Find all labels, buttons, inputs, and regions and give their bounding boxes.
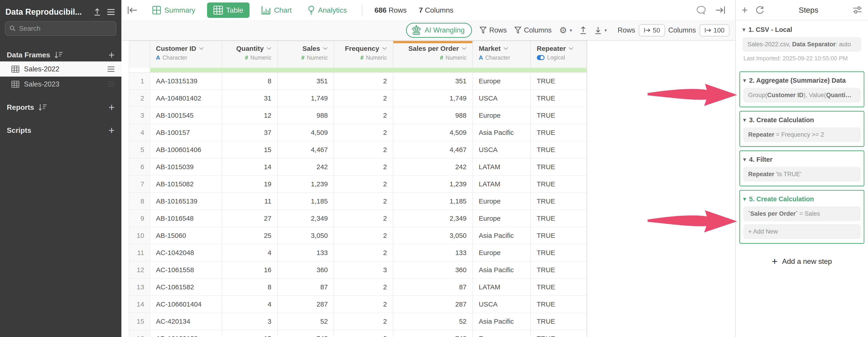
collapse-left-icon[interactable] xyxy=(127,6,138,15)
cell-frequency: 2 xyxy=(334,210,393,227)
table-row: 11AC-104204841332133EuropeTRUE xyxy=(129,244,587,262)
cell-market: Europe xyxy=(473,330,531,337)
step-card-5[interactable]: ▾5. Create Calculation`Sales per Order` … xyxy=(739,190,864,244)
column-type: #Numeric xyxy=(340,54,387,61)
steps-header: + Steps xyxy=(736,0,868,20)
column-name: Repeater xyxy=(537,45,565,53)
comment-icon[interactable] xyxy=(696,6,706,15)
collapse-caret-icon[interactable]: ▾ xyxy=(743,26,745,33)
column-header-sales-per-order[interactable]: Sales per Order#Numeric xyxy=(393,41,473,68)
columns-limit-input[interactable]: 100 xyxy=(700,24,730,36)
column-header-quantity[interactable]: Quantity#Numeric xyxy=(222,41,278,68)
cell-sales: 988 xyxy=(278,107,334,124)
filter-rows-button[interactable]: Rows xyxy=(480,26,507,34)
step-title: 5. Create Calculation xyxy=(749,195,814,203)
column-type: #Numeric xyxy=(399,54,467,61)
export-icon xyxy=(580,26,587,34)
collapse-caret-icon[interactable]: ▾ xyxy=(743,117,746,123)
filter-columns-button[interactable]: Columns xyxy=(515,26,552,34)
filter-icon xyxy=(515,27,521,34)
item-menu-icon[interactable] xyxy=(107,66,115,72)
cell-frequency: 2 xyxy=(334,159,393,175)
add-new-step-button[interactable]: +Add a new step xyxy=(739,256,864,266)
table-row: 13AC-1061582887287LATAMTRUE xyxy=(129,279,587,296)
column-header-repeater[interactable]: RepeaterLogical xyxy=(531,41,587,68)
search-input[interactable]: Search xyxy=(5,21,116,36)
download-icon xyxy=(594,26,602,34)
robot-icon xyxy=(412,25,421,35)
export-button[interactable] xyxy=(580,26,587,34)
collapse-caret-icon[interactable]: ▾ xyxy=(743,77,746,83)
add-data-frame-button[interactable]: + xyxy=(108,50,115,60)
collapse-right-icon[interactable] xyxy=(715,6,725,15)
cell-repeater: TRUE xyxy=(531,159,587,175)
upload-icon[interactable] xyxy=(93,8,101,16)
cell-sales: 287 xyxy=(278,296,334,313)
chevron-down-icon[interactable] xyxy=(323,47,328,50)
sort-icon[interactable] xyxy=(54,51,63,59)
column-header-sales[interactable]: Sales#Numeric xyxy=(278,41,334,68)
cell-market: LATAM xyxy=(473,176,531,193)
step-detail-chip[interactable]: Repeater = Frequency >= 2 xyxy=(743,127,861,142)
tab-summary[interactable]: Summary xyxy=(148,3,199,18)
chevron-down-icon[interactable] xyxy=(267,47,272,50)
cell-quantity: 37 xyxy=(222,124,278,141)
table-row: 16AD-10180139157482748EuropeTRUE xyxy=(129,330,587,337)
collapse-caret-icon[interactable]: ▾ xyxy=(743,156,746,163)
chevron-down-icon[interactable] xyxy=(199,47,204,50)
chevron-down-icon[interactable] xyxy=(382,47,387,50)
sidebar-item-label: Sales-2022 xyxy=(24,65,59,73)
add-script-button[interactable]: + xyxy=(108,125,115,136)
step-card-4[interactable]: ▾4. FilterRepeater 'Is TRUE' xyxy=(739,150,864,187)
column-header-frequency[interactable]: Frequency#Numeric xyxy=(334,41,393,68)
cell-market: USCA xyxy=(473,141,531,158)
step-card-3[interactable]: ▾3. Create CalculationRepeater = Frequen… xyxy=(739,111,864,147)
step-card-1[interactable]: ▾1. CSV - LocalSales-2022.csv, Data Sepa… xyxy=(739,25,864,62)
cell-repeater: TRUE xyxy=(531,176,587,193)
step-detail-chip[interactable]: + Add New xyxy=(743,224,861,239)
sliders-icon[interactable] xyxy=(852,6,862,14)
step-detail-chip[interactable]: Group(Customer ID), Value(Quanti… xyxy=(743,88,861,103)
row-number: 3 xyxy=(129,107,150,124)
sort-icon[interactable] xyxy=(38,104,47,111)
chevron-down-icon[interactable] xyxy=(568,47,574,50)
refresh-icon[interactable] xyxy=(755,5,765,14)
step-detail-chip[interactable]: `Sales per Order` = Sales xyxy=(743,206,861,221)
caret-down-icon: ▾ xyxy=(604,28,607,33)
collapse-caret-icon[interactable]: ▾ xyxy=(743,196,746,202)
cell-sales-per-order: 4,467 xyxy=(393,141,473,158)
sidebar-item-sales-2022[interactable]: Sales-2022 xyxy=(0,61,121,76)
add-report-button[interactable]: + xyxy=(108,102,115,112)
steps-list: ▾1. CSV - LocalSales-2022.csv, Data Sepa… xyxy=(736,20,868,266)
cell-sales: 242 xyxy=(278,159,334,175)
cell-quantity: 27 xyxy=(222,210,278,227)
ai-wrangling-button[interactable]: AI Wrangling xyxy=(406,23,472,38)
step-card-2[interactable]: ▾2. Aggregate (Summarize) DataGroup(Cust… xyxy=(739,71,864,107)
hamburger-icon[interactable] xyxy=(107,8,115,15)
cell-customer-id: AB-15060 xyxy=(150,227,222,244)
tab-table[interactable]: Table xyxy=(207,2,250,18)
table-row: 2AA-104801402311,74921,749USCATRUE xyxy=(129,90,587,107)
gear-menu-button[interactable]: ⚙ ▾ xyxy=(559,25,572,35)
step-detail-chip[interactable]: Repeater 'Is TRUE' xyxy=(743,167,861,181)
rows-limit-input[interactable]: 50 xyxy=(639,24,665,36)
column-header-customer-id[interactable]: Customer IDACharacter xyxy=(150,41,222,68)
chevron-down-icon[interactable] xyxy=(503,47,508,50)
cell-sales-per-order: 287 xyxy=(393,296,473,313)
download-menu-button[interactable]: ▾ xyxy=(594,26,607,34)
section-data-frames: Data Frames + xyxy=(0,48,121,61)
cell-frequency: 2 xyxy=(334,107,393,124)
cell-market: Europe xyxy=(473,244,531,261)
column-header-market[interactable]: MarketACharacter xyxy=(473,41,531,68)
step-detail-chip[interactable]: Sales-2022.csv, Data Separator: auto xyxy=(743,37,861,52)
add-step-icon[interactable]: + xyxy=(742,5,748,15)
tab-chart[interactable]: Chart xyxy=(257,3,296,18)
cell-sales-per-order: 3,050 xyxy=(393,227,473,244)
cell-quantity: 15 xyxy=(222,330,278,337)
tab-analytics[interactable]: Analytics xyxy=(304,3,351,18)
item-menu-icon[interactable] xyxy=(107,81,115,87)
wrangle-toolbar: AI Wrangling Rows Columns ⚙ ▾ ▾ xyxy=(121,20,735,41)
sidebar-item-sales-2023[interactable]: Sales-2023 xyxy=(0,76,121,92)
cell-repeater: TRUE xyxy=(531,107,587,124)
chevron-down-icon[interactable] xyxy=(462,47,467,50)
